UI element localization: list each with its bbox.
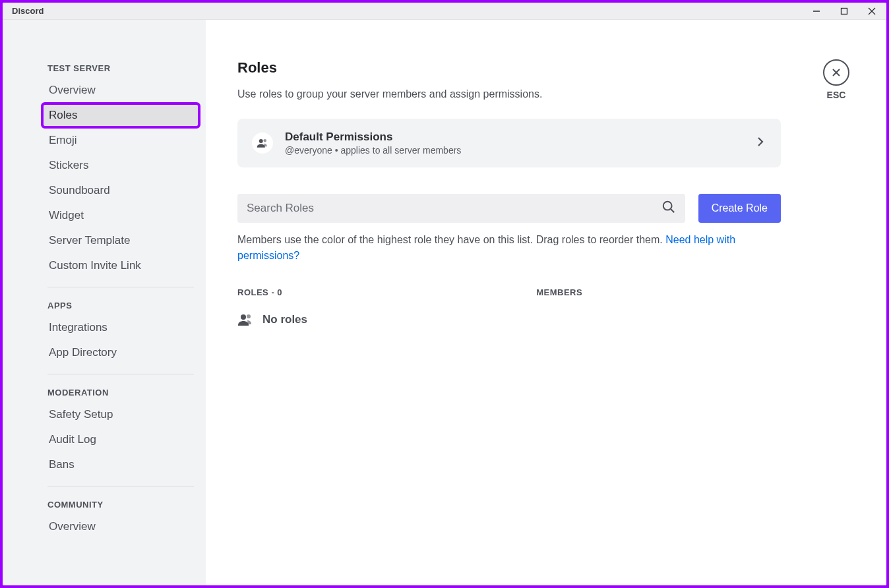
roles-column-header: ROLES - 0: [237, 287, 536, 297]
search-roles-input[interactable]: [247, 202, 661, 215]
create-role-button[interactable]: Create Role: [698, 194, 781, 223]
svg-point-6: [259, 139, 263, 143]
sidebar-item-widget[interactable]: Widget: [42, 204, 199, 227]
sidebar-section-header: APPS: [42, 297, 199, 314]
svg-point-10: [241, 314, 246, 320]
sidebar-item-integrations[interactable]: Integrations: [42, 316, 199, 339]
sidebar-item-overview[interactable]: Overview: [42, 78, 199, 102]
svg-point-7: [264, 139, 267, 142]
titlebar: Discord: [3, 3, 886, 20]
main-content: ESC Roles Use roles to group your server…: [206, 20, 886, 585]
default-permissions-title: Default Permissions: [285, 131, 743, 144]
sidebar-item-safety-setup[interactable]: Safety Setup: [42, 403, 199, 426]
roles-table-header: ROLES - 0 MEMBERS: [237, 287, 781, 297]
sidebar-item-soundboard[interactable]: Soundboard: [42, 179, 199, 202]
card-text: Default Permissions @everyone • applies …: [285, 131, 743, 156]
annotation-arrow: [872, 249, 886, 361]
settings-sidebar: TEST SERVEROverviewRolesEmojiStickersSou…: [3, 20, 206, 585]
page-subtitle: Use roles to group your server members a…: [237, 88, 847, 100]
sidebar-item-server-template[interactable]: Server Template: [42, 229, 199, 252]
page-title: Roles: [237, 59, 847, 76]
svg-point-8: [663, 202, 671, 210]
sidebar-section-header: TEST SERVER: [42, 59, 199, 77]
sidebar-divider: [47, 374, 194, 374]
sidebar-section-header: MODERATION: [42, 384, 199, 401]
no-roles-label: No roles: [262, 313, 307, 326]
app-window: Discord TEST SERVEROverviewRolesEmojiSti…: [3, 3, 886, 585]
sidebar-item-audit-log[interactable]: Audit Log: [42, 428, 199, 452]
sidebar-item-overview[interactable]: Overview: [42, 515, 199, 539]
members-icon: [237, 312, 253, 328]
sidebar-item-app-directory[interactable]: App Directory: [42, 341, 199, 365]
default-permissions-subtitle: @everyone • applies to all server member…: [285, 145, 743, 156]
members-icon: [252, 132, 273, 154]
body-area: TEST SERVEROverviewRolesEmojiStickersSou…: [3, 20, 886, 585]
sidebar-divider: [47, 486, 194, 486]
sidebar-item-roles[interactable]: Roles: [42, 103, 199, 127]
close-window-button[interactable]: [863, 5, 881, 18]
help-text-prefix: Members use the color of the highest rol…: [237, 234, 665, 245]
search-row: Create Role: [237, 194, 781, 223]
minimize-button[interactable]: [807, 5, 826, 18]
help-text: Members use the color of the highest rol…: [237, 232, 781, 264]
svg-line-9: [671, 209, 674, 212]
close-esc-label: ESC: [827, 90, 846, 100]
sidebar-item-bans[interactable]: Bans: [42, 453, 199, 477]
default-permissions-card[interactable]: Default Permissions @everyone • applies …: [237, 119, 781, 167]
sidebar-item-stickers[interactable]: Stickers: [42, 154, 199, 177]
svg-point-11: [247, 314, 251, 318]
sidebar-item-emoji[interactable]: Emoji: [42, 129, 199, 152]
sidebar-item-custom-invite-link[interactable]: Custom Invite Link: [42, 254, 199, 278]
close-icon: [823, 59, 849, 86]
svg-rect-1: [842, 8, 847, 14]
window-controls: [807, 5, 881, 18]
chevron-right-icon: [754, 136, 766, 150]
close-settings-button[interactable]: ESC: [823, 59, 849, 100]
titlebar-title: Discord: [12, 6, 44, 16]
members-column-header: MEMBERS: [536, 287, 582, 297]
search-icon: [661, 200, 676, 217]
search-box[interactable]: [237, 194, 685, 223]
sidebar-divider: [47, 287, 194, 287]
no-roles-row: No roles: [237, 312, 847, 328]
maximize-button[interactable]: [835, 5, 853, 18]
sidebar-section-header: COMMUNITY: [42, 496, 199, 514]
